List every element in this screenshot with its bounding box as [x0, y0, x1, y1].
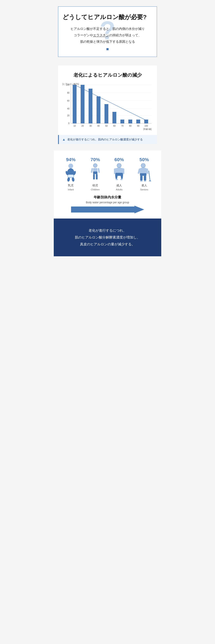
svg-rect-51 [114, 168, 115, 174]
svg-text:20: 20 [81, 125, 84, 127]
svg-rect-56 [140, 173, 146, 176]
svg-text:60: 60 [67, 100, 70, 102]
svg-rect-18 [112, 112, 116, 124]
svg-rect-20 [128, 120, 132, 124]
infant-percent: 94% [66, 157, 76, 162]
figures-row: 94% 乳児 Infant 70% [58, 157, 157, 191]
child-percent: 70% [91, 157, 100, 162]
adult-label-ja: 成人 [116, 184, 122, 188]
svg-rect-19 [120, 120, 124, 124]
section2-title: 老化によるヒアルロン酸の減少 [60, 72, 155, 78]
section4-line1: 老化が進行するにつれ、 [89, 228, 126, 232]
section-body-water: 94% 乳児 Infant 70% [54, 150, 161, 218]
svg-point-42 [93, 164, 97, 168]
section1-line2-part1: コラーゲンや [74, 33, 93, 37]
svg-rect-15 [89, 89, 92, 124]
svg-marker-65 [71, 206, 144, 214]
svg-rect-14 [81, 85, 85, 124]
figure-senior: 50% 老人 [137, 157, 151, 191]
svg-rect-52 [123, 168, 124, 174]
section-bottom: 老化が進行するにつれ、 肌のヒアルロン酸分解酵素濃度が増加し、 真皮のヒアルロン… [54, 218, 161, 256]
svg-line-61 [149, 171, 150, 181]
adult-percent: 60% [114, 157, 124, 162]
senior-icon [137, 163, 151, 183]
svg-rect-21 [136, 120, 140, 124]
infant-label-ja: 乳児 [68, 184, 74, 188]
svg-point-41 [71, 177, 75, 182]
svg-rect-54 [120, 179, 123, 180]
svg-point-55 [141, 163, 145, 168]
svg-text:40: 40 [67, 108, 70, 110]
svg-rect-48 [98, 168, 100, 173]
svg-rect-16 [97, 96, 100, 124]
senior-label-ja: 老人 [141, 184, 147, 188]
svg-rect-17 [104, 104, 108, 124]
chart-svg: 100 80 60 40 20 0 [62, 83, 153, 134]
chart-container: [ヒアルロン酸/%] 100 80 60 40 20 0 [62, 83, 153, 135]
infant-label-en: Infant [68, 188, 74, 191]
svg-text:60: 60 [113, 125, 116, 127]
section-chart: 老化によるヒアルロン酸の減少 [ヒアルロン酸/%] 100 80 60 40 2… [58, 66, 157, 135]
chart-caption-text: 老化が進行するにつれ、肌内のヒアルロン酸濃度が減少する [67, 138, 143, 142]
section1-line2: コラーゲンやエラスチンの持続力が弱まって、 [63, 32, 152, 38]
svg-rect-45 [93, 174, 95, 180]
svg-rect-58 [144, 176, 146, 180]
adult-icon [113, 163, 126, 183]
figure-adult: 60% 成人 Adults [113, 157, 126, 191]
chart-y-label: [ヒアルロン酸/%] [62, 83, 79, 86]
svg-rect-46 [96, 174, 98, 180]
arrow-subtitle: Body water percentage per age group [58, 201, 157, 204]
svg-text:50: 50 [105, 125, 108, 127]
svg-text:80: 80 [67, 92, 70, 94]
svg-rect-53 [116, 179, 118, 180]
child-label-en: Children [91, 188, 100, 191]
adult-label-en: Adults [116, 188, 123, 191]
svg-text:90: 90 [137, 125, 139, 127]
section1-line2-underline: エラスチン [93, 33, 109, 37]
svg-rect-47 [91, 168, 93, 173]
svg-point-49 [117, 163, 121, 168]
svg-point-40 [67, 177, 70, 182]
svg-rect-63 [140, 180, 143, 182]
section4-line2: 肌のヒアルロン酸分解酵素濃度が増加し、 [75, 236, 140, 239]
svg-text:0: 0 [68, 122, 69, 124]
svg-text:30: 30 [89, 125, 92, 127]
figure-infant: 94% 乳児 Infant [64, 157, 78, 191]
svg-rect-44 [93, 172, 97, 174]
section4-text: 老化が進行するにつれ、 肌のヒアルロン酸分解酵素濃度が増加し、 真皮のヒアルロン… [60, 227, 155, 248]
svg-text:10: 10 [73, 125, 76, 127]
svg-rect-57 [140, 176, 143, 180]
chart-caption-box: ▲ 老化が進行するにつれ、肌内のヒアルロン酸濃度が減少する [58, 135, 157, 144]
section-why-hyaluronic: どうしてヒアルロン酸が必要? ? ヒアルロン酸が不足すると、肌の内側の水分が減り… [58, 6, 157, 57]
svg-text:100: 100 [144, 125, 148, 127]
caption-triangle-icon: ▲ [62, 138, 66, 142]
svg-rect-37 [68, 174, 74, 178]
svg-text:40: 40 [97, 125, 100, 127]
svg-point-35 [68, 164, 73, 168]
section1-line2-part2: の持続力が弱まって、 [109, 33, 141, 37]
senior-percent: 50% [139, 157, 149, 162]
arrow-shape [66, 206, 150, 214]
section4-line3: 真皮のヒアルロンの量が減少する。 [80, 242, 135, 246]
child-label-ja: 幼児 [92, 184, 98, 188]
svg-text:[年齢/歳]: [年齢/歳] [143, 128, 152, 130]
section1-body: ヒアルロン酸が不足すると、肌の内側の水分が減り コラーゲンやエラスチンの持続力が… [63, 26, 152, 50]
senior-label-en: Seniors [140, 188, 148, 191]
svg-text:20: 20 [67, 114, 70, 117]
svg-text:80: 80 [129, 125, 132, 127]
svg-rect-64 [144, 180, 146, 182]
svg-rect-50 [116, 173, 123, 174]
svg-rect-13 [73, 85, 77, 124]
svg-text:70: 70 [121, 125, 124, 127]
arrow-section: 年齢別体内水分量 Body water percentage per age g… [58, 195, 157, 214]
section1-line1: ヒアルロン酸が不足すると、肌の内側の水分が減り [63, 26, 152, 32]
figure-child: 70% 幼児 Children [89, 157, 101, 191]
arrow-title: 年齢別体内水分量 [58, 195, 157, 200]
section1-title: どうしてヒアルロン酸が必要? [63, 13, 152, 21]
small-square-decoration [106, 48, 109, 50]
infant-icon [64, 163, 78, 183]
section1-line3: 肌の乾燥と弾力が低下する原因となる [63, 38, 152, 45]
child-icon [89, 163, 101, 183]
